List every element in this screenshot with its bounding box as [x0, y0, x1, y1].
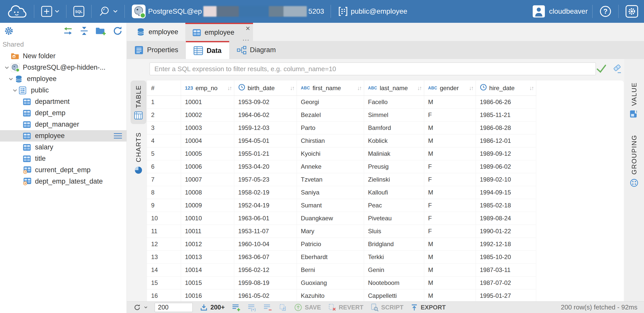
grid-cell[interactable]: 1986-12-01 [476, 134, 536, 147]
sort-arrows-icon[interactable]: ↓↑ [357, 85, 361, 91]
close-icon[interactable]: × [246, 25, 250, 32]
new-object-button[interactable] [39, 6, 62, 17]
grid-cell[interactable]: 1963-06-01 [234, 212, 297, 225]
grid-cell[interactable]: F [424, 199, 476, 212]
revert-button[interactable]: REVERT [328, 303, 363, 311]
grid-cell[interactable]: 10005 [181, 147, 234, 160]
sql-filter-input[interactable] [150, 63, 596, 75]
grid-cell[interactable]: 10014 [181, 264, 234, 277]
grid-cell[interactable]: Maliniak [364, 147, 424, 160]
grid-cell[interactable]: 10007 [181, 173, 234, 186]
grid-cell[interactable]: M [424, 238, 476, 251]
row-number-cell[interactable]: 7 [147, 173, 181, 186]
column-header-emp_no[interactable]: 123emp_no↓↑ [181, 81, 234, 96]
grid-cell[interactable]: 10010 [181, 212, 234, 225]
sidebar-item-title[interactable]: title [0, 153, 127, 164]
grid-cell[interactable]: 10002 [181, 109, 234, 122]
row-number-cell[interactable]: 16 [147, 289, 181, 302]
column-header-first_name[interactable]: ABCfirst_name↓↑ [297, 81, 364, 96]
grid-cell[interactable]: 1959-08-19 [234, 277, 297, 289]
grid-cell[interactable]: Saniya [297, 186, 364, 199]
row-number-cell[interactable]: 5 [147, 147, 181, 160]
row-number-cell[interactable]: 13 [147, 251, 181, 264]
collapse-all-button[interactable] [79, 26, 89, 37]
grid-cell[interactable]: Chirstian [297, 134, 364, 147]
tab-employee-object[interactable]: employee [129, 23, 185, 41]
grid-cell[interactable]: 1989-02-10 [476, 173, 536, 186]
sort-arrows-icon[interactable]: ↓↑ [529, 85, 533, 91]
sidebar-item-current-dept-emp[interactable]: current_dept_emp [0, 164, 127, 176]
grid-cell[interactable]: 10016 [181, 289, 234, 302]
grid-cell[interactable]: M [424, 96, 476, 109]
export-button[interactable]: EXPORT [410, 304, 446, 311]
grid-cell[interactable]: Kazuhito [297, 289, 364, 302]
row-number-cell[interactable]: 12 [147, 238, 181, 251]
refresh-tree-button[interactable] [112, 26, 123, 37]
grid-cell[interactable]: Genin [364, 264, 424, 277]
settings-button[interactable] [623, 5, 640, 18]
sidebar-item-public[interactable]: public [0, 85, 127, 96]
grid-cell[interactable]: M [424, 264, 476, 277]
grid-cell[interactable]: Bridgland [364, 238, 424, 251]
grid-cell[interactable]: Preusig [364, 160, 424, 173]
schema-selector[interactable]: public@employee [335, 6, 409, 17]
sidebar-item-employee[interactable]: employee [0, 130, 127, 142]
link-with-editor-button[interactable] [63, 26, 73, 36]
sort-arrows-icon[interactable]: ↓↑ [227, 85, 231, 91]
grid-cell[interactable]: 10008 [181, 186, 234, 199]
connection-selector[interactable]: PostgreSQL@ep5203 [129, 4, 326, 19]
grid-cell[interactable]: 10015 [181, 277, 234, 289]
row-number-cell[interactable]: 14 [147, 264, 181, 277]
grid-cell[interactable]: 1959-12-03 [234, 122, 297, 134]
connection-search-button[interactable] [96, 5, 120, 18]
cloudbeaver-logo-icon[interactable] [4, 3, 29, 19]
grid-cell[interactable]: Parto [297, 122, 364, 134]
grid-cell[interactable]: M [424, 289, 476, 302]
add-row-button[interactable] [232, 303, 240, 311]
sidebar-item-dept-emp[interactable]: dept_emp [0, 107, 127, 119]
chevron-down-icon[interactable] [3, 64, 11, 71]
tab-diagram[interactable]: Diagram [229, 41, 283, 59]
script-button[interactable]: SCRIPT [370, 303, 403, 311]
grid-cell[interactable]: 1986-08-28 [476, 122, 536, 134]
row-number-cell[interactable]: 6 [147, 160, 181, 173]
grid-cell[interactable]: 1961-05-02 [234, 289, 297, 302]
grid-cell[interactable]: 1989-09-12 [476, 147, 536, 160]
sql-editor-button[interactable]: SQL [71, 6, 87, 17]
tab-grouping-panel[interactable]: GROUPING [630, 135, 639, 187]
grid-cell[interactable]: 1985-11-21 [476, 109, 536, 122]
grid-cell[interactable]: 10006 [181, 160, 234, 173]
grid-cell[interactable]: M [424, 122, 476, 134]
grid-cell[interactable]: Sluis [364, 225, 424, 238]
row-number-cell[interactable]: 10 [147, 212, 181, 225]
grid-cell[interactable]: Terkki [364, 251, 424, 264]
grid-cell[interactable]: 1985-10-20 [476, 251, 536, 264]
grid-cell[interactable]: Eberhardt [297, 251, 364, 264]
row-number-cell[interactable]: 3 [147, 122, 181, 134]
grid-cell[interactable]: 10003 [181, 122, 234, 134]
grid-cell[interactable]: Simmel [364, 109, 424, 122]
grid-cell[interactable]: 1964-06-02 [234, 109, 297, 122]
grid-cell[interactable]: F [424, 109, 476, 122]
tab-charts-presentation[interactable]: CHARTS [131, 128, 146, 179]
grid-cell[interactable]: 1956-02-12 [234, 264, 297, 277]
grid-cell[interactable]: Bezalel [297, 109, 364, 122]
apply-filter-button[interactable] [596, 64, 607, 75]
chevron-down-icon[interactable] [7, 76, 15, 82]
grid-cell[interactable]: F [424, 225, 476, 238]
grid-cell[interactable]: Georgi [297, 96, 364, 109]
clear-filter-button[interactable] [612, 64, 622, 75]
grid-cell[interactable]: 1990-01-22 [476, 225, 536, 238]
grid-cell[interactable]: 1960-10-04 [234, 238, 297, 251]
row-menu-icon[interactable] [113, 132, 122, 141]
grid-cell[interactable]: Peac [364, 199, 424, 212]
sidebar-settings-button[interactable] [4, 26, 14, 37]
delete-row-button[interactable] [263, 303, 272, 311]
grid-cell[interactable]: Patricio [297, 238, 364, 251]
grid-cell[interactable]: Guoxiang [297, 277, 364, 289]
grid-cell[interactable]: 1958-02-19 [234, 186, 297, 199]
grid-cell[interactable]: 1953-09-02 [234, 96, 297, 109]
grid-cell[interactable]: 1953-11-07 [234, 225, 297, 238]
grid-cell[interactable]: 1987-07-02 [476, 277, 536, 289]
sidebar-item-dept-manager[interactable]: dept_manager [0, 119, 127, 130]
